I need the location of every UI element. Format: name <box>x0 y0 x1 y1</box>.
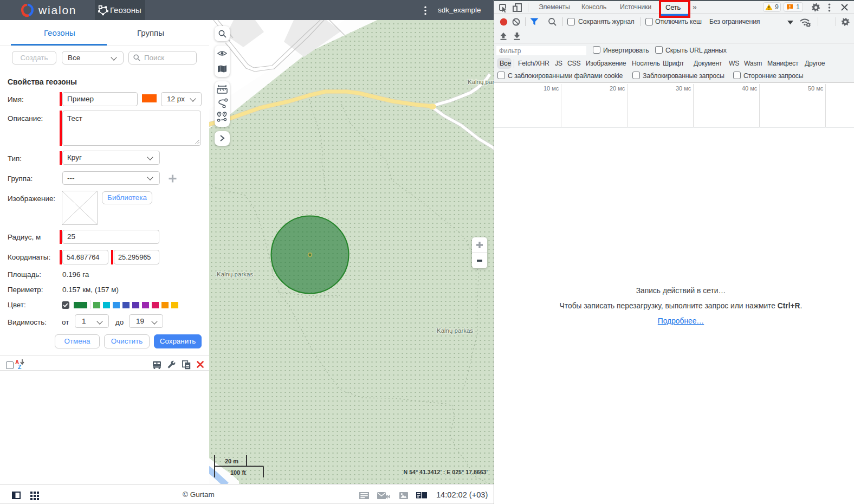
svg-text:Kalnų park: Kalnų park <box>468 79 494 85</box>
svg-text:20 m: 20 m <box>225 458 238 464</box>
svg-text:Kalnų parkas: Kalnų parkas <box>437 327 473 334</box>
svg-text:100 ft: 100 ft <box>230 469 246 476</box>
svg-text:Kalnų parkas: Kalnų parkas <box>217 271 253 277</box>
